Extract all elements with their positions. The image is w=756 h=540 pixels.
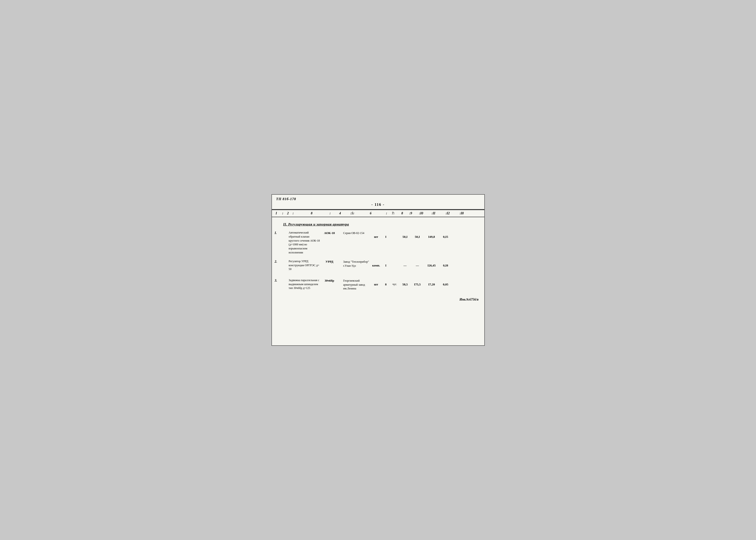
row3-mark: 30ч6бр (321, 278, 338, 283)
col-header-sep3: : (328, 211, 332, 215)
col-header-1: I (272, 211, 281, 215)
row3-description: Задвижка параллельная с выдвижным шпинде… (288, 278, 321, 290)
col-header-4: 4 (332, 211, 348, 215)
row3-col13: 0,05 (440, 278, 452, 286)
table-row: 3. Задвижка параллельная с выдвижным шпи… (272, 276, 484, 295)
column-header-row: I : 2 : 8 : 4 :5: 6 : 7: 8 :9 :I0 :II :I… (272, 209, 484, 217)
col-header-6: 6 (357, 211, 385, 215)
row-number-3: 3. (272, 278, 281, 283)
col-header-7: 7: (389, 211, 398, 215)
row2-qty: I (381, 259, 390, 267)
row2-manufacturer: Завод "Теплоприбор" г.Улан-Удэ (342, 259, 371, 268)
row3-manufacturer: Георгиевский арматурный завод им.Ленина (342, 278, 371, 291)
row1-manufacturer: Серия ОВ-02-154 (342, 231, 371, 235)
doc-id: ТП 81б-178 (276, 197, 480, 201)
col-header-5: :5: (348, 211, 357, 215)
row2-description: Регулятор УРРД конструкции ОРГРЭС д= 50 (288, 259, 321, 271)
row2-unit: комп. (371, 259, 381, 267)
row1-mark: АОК-18 (321, 231, 338, 235)
table-row: 2. Регулятор УРРД конструкции ОРГРЭС д= … (272, 257, 484, 276)
row1-col12: I49,8 (424, 231, 440, 239)
inventory-number: Инв.№6756/я (272, 295, 484, 302)
col-header-12: :I2 (440, 211, 456, 215)
content-area: II. Регулирующая и запорная арматура I. … (272, 217, 484, 306)
row3-unit: шт (371, 278, 381, 286)
page-number: - 116 - (276, 201, 480, 208)
col-header-11: :II (428, 211, 440, 215)
col-header-3: 8 (295, 211, 328, 215)
col-header-2: 2 (285, 211, 291, 215)
table-row: I. Автоматический обратный клапан кругло… (272, 229, 484, 257)
page-header: ТП 81б-178 - 116 - (272, 195, 484, 209)
row3-col11: I75,5 (411, 278, 424, 286)
col-header-9: :9 (407, 211, 415, 215)
document-page: ТП 81б-178 - 116 - I : 2 : 8 : 4 :5: 6 :… (272, 194, 485, 346)
row3-col12: I7,20 (424, 278, 440, 286)
row1-col10: 50,I (399, 231, 411, 239)
row-number-1: I. (272, 231, 281, 235)
col-header-10: :I0 (415, 211, 428, 215)
row2-col10: — (399, 259, 411, 267)
col-header-sep1: : (281, 211, 285, 215)
row1-qty: I (381, 231, 390, 239)
row-number-2: 2. (272, 259, 281, 264)
row3-material: чуг. (390, 278, 399, 286)
row1-material (390, 231, 399, 235)
row2-material (390, 259, 399, 264)
row1-col11: 50,I (411, 231, 424, 239)
row3-col10: 58,5 (399, 278, 411, 286)
col-header-8: 8 (398, 211, 407, 215)
row1-description: Автоматический обратный клапан круглого … (288, 231, 321, 255)
row1-unit: шт (371, 231, 381, 239)
row2-mark: УРРД (321, 259, 338, 264)
row3-qty: 8 (381, 278, 390, 286)
row2-col11: — (411, 259, 424, 267)
col-header-sep6: : (385, 211, 389, 215)
col-header-13: :I8 (456, 211, 468, 215)
row1-col13: 0,I5 (440, 231, 452, 239)
row2-col13: 0,I8 (440, 259, 452, 267)
row2-col12: I26,45 (424, 259, 440, 267)
section-title: II. Регулирующая и запорная арматура (272, 219, 484, 229)
col-header-sep2: : (291, 211, 295, 215)
